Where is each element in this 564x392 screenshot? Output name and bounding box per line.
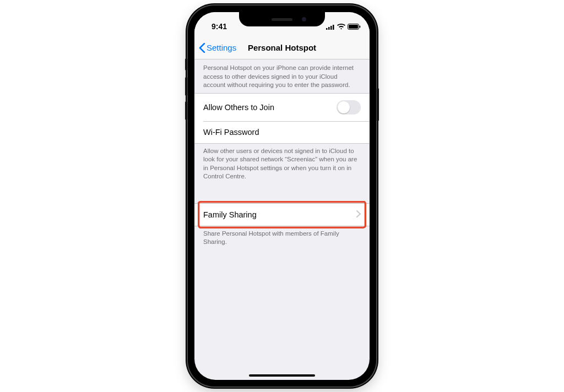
hotspot-settings-group: Allow Others to Join Wi-Fi Password (194, 93, 370, 144)
toggle-knob (338, 101, 350, 113)
svg-rect-5 (349, 25, 358, 29)
cellular-signal-icon (326, 24, 335, 30)
content: Personal Hotspot on your iPhone can prov… (194, 59, 370, 250)
home-indicator[interactable] (249, 374, 315, 377)
family-sharing-footer-note: Share Personal Hotspot with members of F… (194, 226, 370, 250)
front-camera (302, 17, 306, 21)
allow-others-cell[interactable]: Allow Others to Join (194, 94, 370, 121)
battery-icon (348, 24, 361, 30)
family-sharing-group: Family Sharing (194, 203, 370, 226)
side-button (377, 88, 379, 121)
allow-others-footer-note: Allow other users or devices not signed … (194, 144, 370, 184)
back-label: Settings (207, 43, 236, 52)
wifi-icon (337, 24, 345, 30)
svg-rect-6 (360, 26, 361, 28)
screen: 9:41 (194, 12, 370, 380)
volume-up-button (185, 77, 187, 96)
phone-frame: 9:41 (188, 6, 376, 386)
family-sharing-section: Family Sharing (194, 203, 370, 226)
svg-rect-3 (333, 25, 334, 30)
svg-rect-1 (328, 27, 330, 30)
notch (239, 12, 325, 26)
allow-others-label: Allow Others to Join (203, 103, 274, 112)
speaker-grille (272, 18, 292, 21)
status-time: 9:41 (194, 22, 244, 31)
chevron-right-icon (356, 210, 361, 219)
svg-rect-2 (330, 26, 332, 30)
family-sharing-label: Family Sharing (203, 210, 257, 219)
volume-down-button (185, 101, 187, 120)
chevron-left-icon (199, 43, 205, 53)
svg-rect-0 (326, 28, 328, 30)
wifi-password-cell[interactable]: Wi-Fi Password (194, 121, 370, 143)
navigation-bar: Settings Personal Hotspot (194, 36, 370, 59)
back-button[interactable]: Settings (199, 36, 236, 59)
wifi-password-label: Wi-Fi Password (203, 128, 259, 137)
ring-silent-switch (185, 58, 187, 70)
allow-others-toggle[interactable] (337, 100, 361, 115)
hotspot-intro-note: Personal Hotspot on your iPhone can prov… (194, 59, 370, 93)
status-icons (326, 24, 361, 30)
family-sharing-cell[interactable]: Family Sharing (194, 204, 370, 226)
page-title: Personal Hotspot (248, 43, 316, 52)
